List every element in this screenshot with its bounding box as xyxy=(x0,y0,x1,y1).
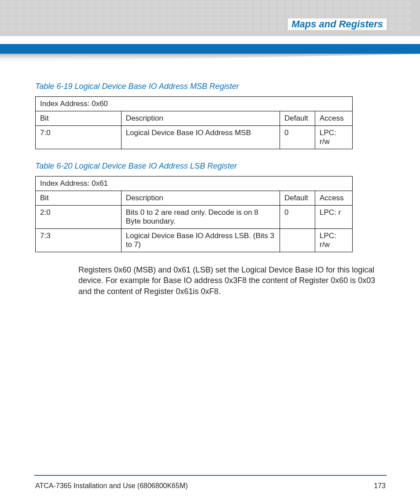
col-header-default: Default xyxy=(280,191,315,206)
register-table-2: Index Address: 0x61 Bit Description Defa… xyxy=(35,176,353,252)
table-caption-2: Table 6-20 Logical Device Base IO Addres… xyxy=(35,162,387,171)
cell-bit: 2:0 xyxy=(36,206,122,229)
col-header-bit: Bit xyxy=(36,111,122,126)
col-header-description: Description xyxy=(121,111,280,126)
page: // build 4 rows of small grey squares sp… xyxy=(0,0,420,504)
header-pattern: // build 4 rows of small grey squares sp… xyxy=(0,0,420,36)
col-header-bit: Bit xyxy=(36,191,122,206)
cell-default: 0 xyxy=(280,126,315,149)
table-row: Index Address: 0x61 xyxy=(36,177,353,191)
index-address-cell: Index Address: 0x61 xyxy=(36,177,353,191)
cell-description: Logical Device Base IO Address LSB. (Bit… xyxy=(121,229,280,252)
col-header-default: Default xyxy=(280,111,315,126)
table-row: 7:3 Logical Device Base IO Address LSB. … xyxy=(36,229,353,252)
cell-description: Logical Device Base IO Address MSB xyxy=(121,126,280,149)
table-row: Bit Description Default Access xyxy=(36,191,353,206)
table-row: 7:0 Logical Device Base IO Address MSB 0… xyxy=(36,126,353,149)
col-header-access: Access xyxy=(315,111,353,126)
cell-bit: 7:3 xyxy=(36,229,122,252)
index-address-cell: Index Address: 0x60 xyxy=(36,97,353,111)
cell-default: 0 xyxy=(280,206,315,229)
header-shadow xyxy=(0,54,420,63)
cell-bit: 7:0 xyxy=(36,126,122,149)
cell-default xyxy=(280,229,315,252)
cell-access: LPC: r/w xyxy=(315,229,353,252)
table-caption-1: Table 6-19 Logical Device Base IO Addres… xyxy=(35,82,387,91)
col-header-access: Access xyxy=(315,191,353,206)
cell-description: Bits 0 to 2 are read only. Decode is on … xyxy=(121,206,280,229)
footer-doc-title: ATCA-7365 Installation and Use (6806800K… xyxy=(35,482,188,490)
table-row: Bit Description Default Access xyxy=(36,111,353,126)
section-title: Maps and Registers xyxy=(288,18,387,30)
header-bar xyxy=(0,44,420,54)
footer-rule xyxy=(34,475,387,476)
cell-access: LPC: r xyxy=(315,206,353,229)
col-header-description: Description xyxy=(121,191,280,206)
paragraph: Registers 0x60 (MSB) and 0x61 (LSB) set … xyxy=(78,265,387,297)
register-table-1: Index Address: 0x60 Bit Description Defa… xyxy=(35,96,353,149)
footer: ATCA-7365 Installation and Use (6806800K… xyxy=(35,482,386,490)
footer-page-number: 173 xyxy=(374,482,386,490)
content-area: Table 6-19 Logical Device Base IO Addres… xyxy=(35,82,387,297)
cell-access: LPC: r/w xyxy=(315,126,353,149)
table-row: 2:0 Bits 0 to 2 are read only. Decode is… xyxy=(36,206,353,229)
table-row: Index Address: 0x60 xyxy=(36,97,353,111)
